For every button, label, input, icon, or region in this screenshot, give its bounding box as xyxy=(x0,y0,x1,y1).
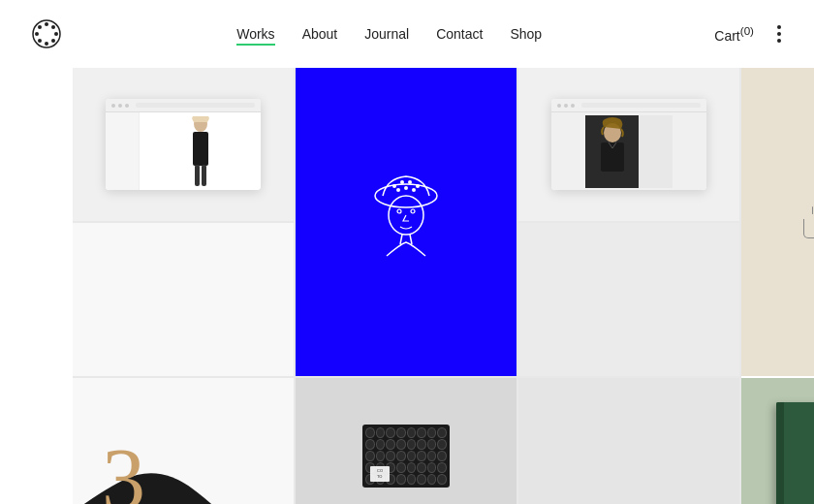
browser-bar-1 xyxy=(106,99,261,112)
browser-content-2 xyxy=(551,112,706,190)
envelope-label: COTO xyxy=(370,466,390,482)
svg-point-20 xyxy=(412,188,416,192)
grid-cell-cup-beige[interactable] xyxy=(741,68,814,376)
works-grid: 3 COTO xyxy=(73,68,741,504)
nav-journal[interactable]: Journal xyxy=(364,26,409,42)
grid-cell-white-card[interactable] xyxy=(73,223,294,376)
more-dot-2 xyxy=(777,32,781,36)
svg-point-6 xyxy=(38,39,42,43)
svg-rect-11 xyxy=(195,165,200,186)
nav-contact[interactable]: Contact xyxy=(436,26,483,42)
cup-body xyxy=(803,219,814,238)
svg-point-3 xyxy=(54,32,58,36)
svg-point-2 xyxy=(51,25,55,29)
svg-point-23 xyxy=(411,209,415,213)
svg-point-19 xyxy=(404,186,408,190)
svg-rect-10 xyxy=(193,132,208,166)
grid-cell-gray-middle[interactable] xyxy=(518,223,739,376)
nav-right: Cart(0) xyxy=(714,21,785,47)
svg-point-7 xyxy=(35,32,39,36)
svg-point-18 xyxy=(396,188,400,192)
more-menu-button[interactable] xyxy=(773,21,785,47)
svg-point-16 xyxy=(408,180,412,184)
logo-icon xyxy=(29,16,64,51)
grid-cell-dark-fashion-mockup[interactable] xyxy=(518,68,739,221)
svg-point-1 xyxy=(45,22,48,26)
white-card-bg: 3 xyxy=(73,378,294,504)
svg-point-4 xyxy=(51,39,55,43)
grid-cell-green-book[interactable] xyxy=(741,378,814,504)
svg-rect-29 xyxy=(601,142,624,172)
browser-content-1 xyxy=(106,112,261,190)
nav-about[interactable]: About xyxy=(302,26,338,42)
svg-point-8 xyxy=(38,25,42,29)
nav-works[interactable]: Works xyxy=(236,26,274,42)
svg-point-14 xyxy=(392,184,396,188)
main-nav: Works About Journal Contact Shop xyxy=(236,26,542,42)
fashion-figure xyxy=(187,116,214,186)
black-curve-shape xyxy=(73,426,228,504)
more-dot-1 xyxy=(777,25,781,29)
svg-rect-12 xyxy=(202,165,206,186)
cart-button[interactable]: Cart(0) xyxy=(714,24,754,44)
grid-cell-number-three[interactable]: 3 xyxy=(73,378,294,504)
grid-cell-bottom-gray[interactable] xyxy=(518,378,739,504)
browser-mockup-2 xyxy=(551,99,706,190)
green-book xyxy=(776,402,815,504)
bubble-envelope: COTO xyxy=(362,425,450,488)
svg-point-17 xyxy=(416,184,420,188)
svg-rect-27 xyxy=(639,115,673,188)
book-spine xyxy=(776,402,784,504)
person-illustration xyxy=(358,169,454,275)
more-dot-3 xyxy=(777,39,781,43)
logo[interactable] xyxy=(29,16,64,51)
svg-point-5 xyxy=(45,42,48,46)
grid-cell-bubble-envelope[interactable]: COTO xyxy=(296,378,517,504)
svg-line-24 xyxy=(400,235,402,244)
browser-bar-2 xyxy=(551,99,706,112)
svg-line-25 xyxy=(410,235,412,244)
cup-illustration xyxy=(803,206,814,238)
dark-fashion-figure xyxy=(585,115,673,188)
number-three-display: 3 xyxy=(102,436,145,504)
grid-cell-blue-illustration[interactable] xyxy=(296,68,517,376)
header: Works About Journal Contact Shop Cart(0) xyxy=(0,0,814,68)
grid-cell-fashion-mockup[interactable] xyxy=(73,68,294,221)
nav-shop[interactable]: Shop xyxy=(510,26,542,42)
svg-point-22 xyxy=(397,209,401,213)
browser-mockup-1 xyxy=(106,99,261,190)
svg-point-15 xyxy=(400,180,404,184)
